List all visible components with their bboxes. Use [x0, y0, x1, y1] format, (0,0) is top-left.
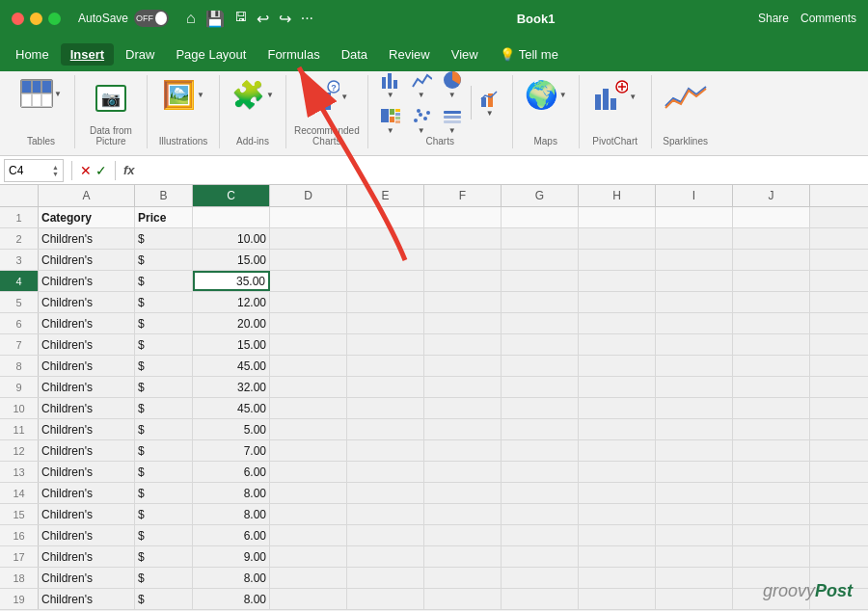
cell-a13[interactable]: Children's	[39, 462, 135, 482]
cell-d10[interactable]	[270, 398, 347, 418]
sparklines-button[interactable]	[660, 77, 712, 116]
cell-h10[interactable]	[579, 398, 656, 418]
col-header-j[interactable]: J	[733, 185, 810, 206]
cell-h12[interactable]	[579, 440, 656, 461]
cell-g3[interactable]	[502, 250, 579, 270]
cell-j1[interactable]	[733, 207, 810, 227]
cell-b1[interactable]: Price	[135, 207, 193, 227]
cell-h15[interactable]	[579, 504, 656, 524]
cell-e5[interactable]	[347, 292, 424, 312]
cell-a15[interactable]: Children's	[39, 504, 135, 524]
cell-g12[interactable]	[502, 440, 579, 461]
cell-h13[interactable]	[579, 462, 656, 482]
save-icon[interactable]: 💾	[205, 10, 225, 28]
cell-e12[interactable]	[347, 440, 424, 461]
cell-g17[interactable]	[502, 546, 579, 567]
menu-data[interactable]: Data	[332, 43, 377, 66]
cell-e10[interactable]	[347, 398, 424, 418]
cell-e4[interactable]	[347, 271, 424, 291]
cell-c1[interactable]	[193, 207, 270, 227]
cell-f12[interactable]	[424, 440, 502, 461]
cell-a2[interactable]: Children's	[39, 228, 135, 249]
cell-i1[interactable]	[656, 207, 733, 227]
cell-f7[interactable]	[424, 334, 502, 355]
cell-g14[interactable]	[502, 483, 579, 503]
cell-b2[interactable]: $	[135, 228, 193, 249]
cell-e8[interactable]	[347, 356, 424, 376]
redo-icon[interactable]: ↪	[279, 10, 291, 28]
pivotchart-button[interactable]: ▼	[589, 77, 640, 116]
cell-d12[interactable]	[270, 440, 347, 461]
pivotchart-dropdown-arrow[interactable]: ▼	[629, 93, 637, 101]
more-icon[interactable]: ···	[301, 10, 313, 28]
rec-charts-dropdown-arrow[interactable]: ▼	[340, 93, 348, 101]
cell-i16[interactable]	[656, 525, 733, 545]
col-header-c[interactable]: C	[193, 185, 270, 206]
cell-j16[interactable]	[733, 525, 810, 545]
cell-f2[interactable]	[424, 228, 502, 249]
cell-b18[interactable]: $	[135, 568, 193, 588]
cell-j15[interactable]	[733, 504, 810, 524]
cell-i9[interactable]	[656, 377, 733, 397]
line-chart-button[interactable]: ▼	[407, 67, 436, 101]
cell-i14[interactable]	[656, 483, 733, 503]
cell-e3[interactable]	[347, 250, 424, 270]
cell-b4[interactable]: $	[135, 271, 193, 291]
cell-d13[interactable]	[270, 462, 347, 482]
cell-a7[interactable]: Children's	[39, 334, 135, 355]
column-chart-button[interactable]: ▼	[376, 67, 405, 101]
more-charts-button[interactable]: ▼	[438, 103, 467, 137]
maps-dropdown-arrow[interactable]: ▼	[559, 91, 567, 99]
cell-b15[interactable]: $	[135, 504, 193, 524]
cell-a6[interactable]: Children's	[39, 313, 135, 333]
cell-c11[interactable]: 5.00	[193, 419, 270, 439]
cell-h1[interactable]	[579, 207, 656, 227]
cell-f19[interactable]	[424, 589, 502, 609]
cell-f15[interactable]	[424, 504, 502, 524]
cell-b16[interactable]: $	[135, 525, 193, 545]
autosave-toggle[interactable]: OFF	[134, 10, 169, 27]
cell-g8[interactable]	[502, 356, 579, 376]
col-header-e[interactable]: E	[347, 185, 424, 206]
col-header-d[interactable]: D	[270, 185, 347, 206]
cell-a17[interactable]: Children's	[39, 546, 135, 567]
cell-j4[interactable]	[733, 271, 810, 291]
cell-j9[interactable]	[733, 377, 810, 397]
cell-c13[interactable]: 6.00	[193, 462, 270, 482]
cell-c4[interactable]: 35.00	[193, 271, 270, 291]
cell-g16[interactable]	[502, 525, 579, 545]
cell-c17[interactable]: 9.00	[193, 546, 270, 567]
menu-formulas[interactable]: Formulas	[258, 43, 329, 66]
addins-dropdown-arrow[interactable]: ▼	[266, 91, 274, 99]
cell-f5[interactable]	[424, 292, 502, 312]
cell-c8[interactable]: 45.00	[193, 356, 270, 376]
cell-h18[interactable]	[579, 568, 656, 588]
cell-i11[interactable]	[656, 419, 733, 439]
cell-b9[interactable]: $	[135, 377, 193, 397]
cell-d3[interactable]	[270, 250, 347, 270]
cell-h2[interactable]	[579, 228, 656, 249]
tables-button[interactable]: ▼	[16, 77, 66, 110]
cell-f16[interactable]	[424, 525, 502, 545]
cell-h8[interactable]	[579, 356, 656, 376]
cell-c10[interactable]: 45.00	[193, 398, 270, 418]
cancel-formula-icon[interactable]: ✕	[80, 163, 92, 178]
cell-j5[interactable]	[733, 292, 810, 312]
cell-i10[interactable]	[656, 398, 733, 418]
cell-i8[interactable]	[656, 356, 733, 376]
cell-i6[interactable]	[656, 313, 733, 333]
cell-h7[interactable]	[579, 334, 656, 355]
cell-f14[interactable]	[424, 483, 502, 503]
cell-e17[interactable]	[347, 546, 424, 567]
cell-h6[interactable]	[579, 313, 656, 333]
cell-g5[interactable]	[502, 292, 579, 312]
cell-g6[interactable]	[502, 313, 579, 333]
cell-c18[interactable]: 8.00	[193, 568, 270, 588]
col-header-h[interactable]: H	[579, 185, 656, 206]
cell-a11[interactable]: Children's	[39, 419, 135, 439]
cell-e19[interactable]	[347, 589, 424, 609]
data-from-picture-button[interactable]: 📷	[88, 77, 134, 120]
cell-b14[interactable]: $	[135, 483, 193, 503]
cell-g10[interactable]	[502, 398, 579, 418]
cell-e16[interactable]	[347, 525, 424, 545]
